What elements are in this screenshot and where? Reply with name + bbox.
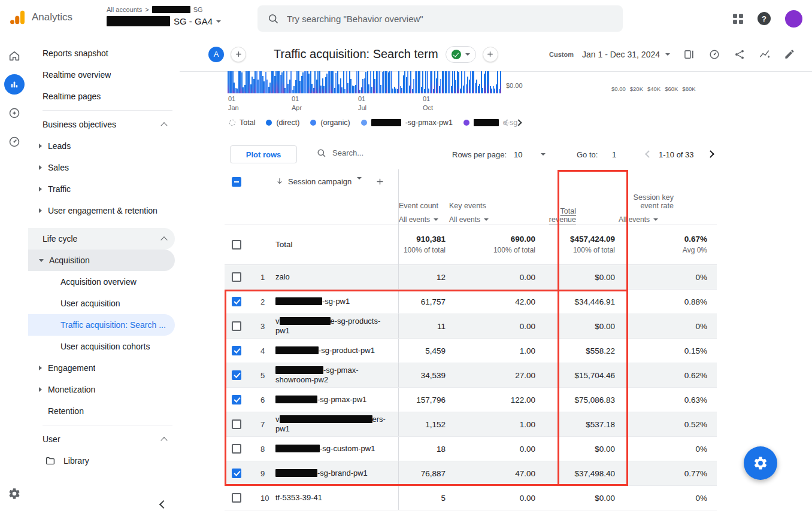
- nav-section-life-cycle[interactable]: Life cycle: [28, 228, 175, 250]
- reports-icon[interactable]: [4, 74, 25, 95]
- nav-item-reports-snapshot[interactable]: Reports snapshot: [28, 42, 175, 64]
- add-comparison-button[interactable]: [231, 47, 246, 62]
- rows-per-page-caret-icon[interactable]: [541, 153, 546, 156]
- row-select-cell: [225, 290, 250, 314]
- share-icon[interactable]: [734, 48, 746, 60]
- global-search[interactable]: [257, 5, 623, 32]
- nav-item-user-acquisition-cohorts[interactable]: User acquisition cohorts: [28, 336, 175, 357]
- session-key-event-rate-value: 0.63%: [619, 388, 717, 412]
- row-checkbox[interactable]: [232, 395, 241, 404]
- reports-nav-panel: Reports snapshot Realtime overview Realt…: [28, 37, 180, 511]
- rows-per-page-label: Rows per page:: [452, 150, 507, 159]
- date-range-picker[interactable]: Jan 1 - Dec 31, 2024: [582, 50, 670, 59]
- column-header-session-key-event-rate[interactable]: Session key event rate All events: [619, 169, 717, 224]
- nav-item-realtime-pages[interactable]: Realtime pages: [28, 86, 175, 107]
- table-row: 3ve-sg-products-pw1110.00$0.000%: [225, 314, 717, 339]
- row-checkbox[interactable]: [232, 493, 241, 503]
- rate-filter[interactable]: All events: [619, 215, 658, 224]
- key-events-value: 0.00: [449, 486, 539, 510]
- legend-item[interactable]: (direct): [266, 118, 299, 127]
- legend-item[interactable]: (organic): [310, 118, 350, 127]
- insights-fab-button[interactable]: [744, 446, 777, 480]
- nav-section-business-objectives[interactable]: Business objectives: [28, 114, 175, 135]
- campaign-name: zalo: [275, 272, 290, 282]
- row-checkbox[interactable]: [232, 469, 241, 478]
- event-count-filter[interactable]: All events: [399, 215, 438, 224]
- select-all-checkbox[interactable]: [232, 177, 241, 187]
- row-checkbox[interactable]: [232, 321, 241, 331]
- nav-item-realtime-overview[interactable]: Realtime overview: [28, 64, 175, 86]
- row-number: 8: [250, 437, 269, 461]
- top-app-bar: Analytics All accounts > SG SG - GA4 ?: [0, 0, 812, 37]
- column-header-key-events[interactable]: Key events All events: [449, 169, 539, 224]
- home-icon[interactable]: [4, 45, 25, 66]
- badge-caret-icon: [465, 53, 470, 56]
- key-events-value: 1.00: [449, 412, 539, 436]
- user-avatar[interactable]: [785, 10, 802, 28]
- admin-gear-icon[interactable]: [0, 487, 28, 500]
- collapse-nav-icon[interactable]: [159, 500, 168, 509]
- row-checkbox[interactable]: [232, 346, 241, 355]
- nav-section-user[interactable]: User: [28, 428, 175, 450]
- data-table: Session campaign Event count All events …: [225, 169, 717, 510]
- legend-item[interactable]: Total: [229, 118, 255, 127]
- previous-page-icon[interactable]: [645, 150, 653, 158]
- nav-item-monetization[interactable]: Monetization: [28, 379, 175, 400]
- y-axis-zero-label: $0.00: [506, 82, 523, 89]
- insights-icon[interactable]: [759, 48, 771, 60]
- analytics-home-link[interactable]: Analytics: [8, 8, 72, 26]
- breadcrumb-account-suffix: SG: [193, 6, 203, 13]
- row-checkbox[interactable]: [232, 444, 241, 454]
- row-checkbox[interactable]: [232, 370, 241, 380]
- goto-page-input[interactable]: 1: [612, 150, 616, 159]
- nav-item-library[interactable]: Library: [28, 450, 175, 472]
- explore-icon[interactable]: [4, 103, 25, 123]
- nav-item-user-acquisition[interactable]: User acquisition: [28, 293, 175, 314]
- row-checkbox[interactable]: [232, 297, 241, 306]
- nav-item-traffic[interactable]: Traffic: [28, 178, 175, 200]
- next-page-icon[interactable]: [707, 150, 714, 158]
- segment-chip[interactable]: A: [208, 47, 224, 62]
- total-row-checkbox[interactable]: [232, 240, 241, 250]
- event-count-value: 1,152: [398, 412, 449, 436]
- global-search-input[interactable]: [287, 14, 613, 24]
- event-count-value: 18: [398, 437, 449, 461]
- collapse-section-icon[interactable]: [160, 437, 167, 443]
- add-report-button[interactable]: [483, 47, 498, 62]
- benchmark-gauge-icon[interactable]: [708, 48, 720, 60]
- help-icon[interactable]: ?: [758, 12, 771, 25]
- nav-item-acquisition-overview[interactable]: Acquisition overview: [28, 271, 175, 293]
- row-checkbox[interactable]: [232, 272, 241, 282]
- compare-icon[interactable]: [683, 48, 695, 60]
- expand-icon: [39, 208, 42, 213]
- property-selector[interactable]: SG - GA4: [107, 16, 221, 26]
- collapse-section-icon[interactable]: [160, 236, 167, 243]
- collapse-section-icon[interactable]: [160, 122, 167, 129]
- key-events-filter[interactable]: All events: [449, 215, 489, 224]
- dimension-caret-icon[interactable]: [357, 177, 362, 180]
- nav-item-sales[interactable]: Sales: [28, 157, 175, 178]
- redacted-account-name: [152, 6, 190, 13]
- account-switcher[interactable]: All accounts > SG SG - GA4: [107, 5, 221, 26]
- rows-per-page-select[interactable]: 10: [514, 150, 522, 159]
- add-dimension-icon[interactable]: [375, 177, 384, 186]
- legend-item[interactable]: -sg-pmax-pw1: [361, 118, 453, 127]
- apps-grid-icon[interactable]: [733, 14, 743, 24]
- column-header-event-count[interactable]: Event count All events: [398, 169, 449, 224]
- nav-item-leads[interactable]: Leads: [28, 135, 175, 157]
- column-header-total-revenue[interactable]: Total revenue: [539, 169, 619, 224]
- nav-item-user-engagement-retention[interactable]: User engagement & retention: [28, 200, 175, 221]
- dimension-header[interactable]: Session campaign: [269, 169, 398, 224]
- nav-item-engagement[interactable]: Engagement: [28, 357, 175, 379]
- table-search[interactable]: [316, 148, 404, 158]
- advertising-icon[interactable]: [4, 132, 25, 152]
- nav-item-acquisition[interactable]: Acquisition: [28, 250, 175, 271]
- breadcrumb-all-accounts[interactable]: All accounts: [107, 6, 142, 13]
- nav-item-retention[interactable]: Retention: [28, 400, 175, 422]
- nav-item-traffic-acquisition-search[interactable]: Traffic acquisition: Search ...: [28, 314, 175, 336]
- edit-pencil-icon[interactable]: [784, 48, 795, 60]
- plot-rows-button[interactable]: Plot rows: [230, 145, 297, 163]
- row-checkbox[interactable]: [232, 419, 241, 429]
- table-search-input[interactable]: [332, 148, 404, 157]
- report-status-badge[interactable]: [446, 46, 476, 63]
